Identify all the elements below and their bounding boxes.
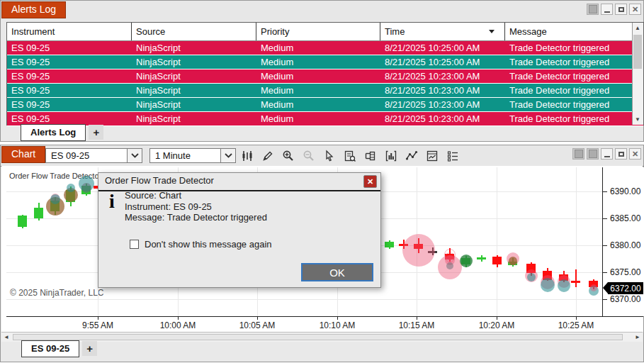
time-axis-label: 10:10 AM — [320, 320, 356, 330]
zoom-out-icon[interactable] — [301, 148, 316, 163]
table-row[interactable]: ES 09-25NinjaScriptMedium8/21/2025 10:25… — [7, 41, 643, 55]
price-tick — [603, 191, 607, 192]
cell-priority: Medium — [256, 98, 380, 111]
chart-style-icon[interactable] — [239, 148, 254, 163]
maximize-button[interactable] — [615, 148, 627, 160]
scrollbar-thumb[interactable] — [13, 334, 623, 340]
time-tick — [497, 317, 497, 320]
instrument-selector[interactable]: ES 09-25 — [45, 148, 142, 163]
close-icon: ✕ — [367, 178, 373, 186]
tab-es-09-25[interactable]: ES 09-25 — [21, 340, 79, 357]
cell-instrument: ES 09-25 — [7, 98, 132, 111]
maximize-button[interactable] — [615, 4, 627, 15]
add-tab-button[interactable]: + — [82, 341, 97, 356]
drawing-tools-icon[interactable] — [260, 148, 275, 163]
display-settings-icon[interactable] — [445, 148, 460, 163]
sort-descending-icon — [489, 30, 495, 33]
instrument-value: ES 09-25 — [46, 150, 127, 161]
time-tick — [178, 317, 179, 320]
cell-instrument: ES 09-25 — [7, 41, 132, 55]
cell-source: NinjaScript — [132, 69, 256, 83]
time-axis-label: 10:00 AM — [160, 320, 196, 330]
alerts-table-header: Instrument Source Priority Time Message — [7, 23, 643, 41]
chart-window-title[interactable]: Chart — [1, 146, 45, 163]
column-header-instrument[interactable]: Instrument — [7, 23, 132, 40]
column-header-time[interactable]: Time — [380, 23, 505, 40]
chevron-down-icon[interactable] — [220, 149, 235, 162]
scrollbar-thumb[interactable] — [633, 35, 642, 69]
dialog-instrument-line: Instrument: ES 09-25 — [125, 201, 267, 213]
column-header-priority[interactable]: Priority — [256, 23, 380, 40]
price-axis[interactable]: 6390.006385.006380.006375.006370.006372.… — [602, 167, 644, 316]
order-flow-bubble — [67, 184, 75, 192]
order-flow-bubble — [590, 284, 597, 291]
order-flow-bubble — [446, 262, 453, 269]
cell-time: 8/21/2025 10:23:00 AM — [380, 98, 505, 111]
close-button[interactable]: ✕ — [629, 4, 641, 15]
dialog-title[interactable]: Order Flow Trade Detector — [98, 173, 380, 191]
time-tick — [576, 317, 577, 320]
minimize-button[interactable] — [601, 4, 613, 15]
instrument-link-button[interactable] — [572, 148, 584, 160]
cell-source: NinjaScript — [132, 84, 256, 97]
cell-priority: Medium — [256, 84, 380, 97]
interval-selector[interactable]: 1 Minute — [149, 148, 236, 163]
cursor-icon[interactable] — [322, 148, 337, 163]
cell-message: Trade Detector triggered — [505, 84, 633, 97]
cell-time: 8/21/2025 10:25:00 AM — [380, 55, 505, 69]
zoom-in-icon[interactable] — [281, 148, 295, 163]
time-axis-label: 10:25 AM — [558, 320, 594, 330]
table-row[interactable]: ES 09-25NinjaScriptMedium8/21/2025 10:23… — [7, 84, 643, 98]
close-button[interactable]: ✕ — [629, 148, 641, 160]
order-flow-bubble — [402, 234, 435, 267]
minimize-button[interactable] — [601, 148, 613, 160]
time-axis[interactable]: 9:55 AM10:00 AM10:05 AM10:10 AM10:15 AM1… — [6, 316, 643, 332]
price-axis-label: 6390.00 — [610, 186, 640, 196]
alerts-vertical-scrollbar[interactable]: ▲ ▼ — [632, 23, 643, 125]
chevron-down-icon[interactable] — [127, 149, 142, 162]
candle — [571, 281, 580, 283]
gridline — [6, 299, 602, 300]
cell-message: Trade Detector triggered — [505, 98, 633, 111]
data-box-icon[interactable] — [342, 148, 357, 163]
time-tick — [337, 317, 338, 320]
scroll-down-icon[interactable]: ▼ — [633, 114, 643, 125]
table-row[interactable]: ES 09-25NinjaScriptMedium8/21/2025 10:25… — [7, 55, 643, 69]
cell-message: Trade Detector triggered — [505, 69, 633, 83]
column-header-message[interactable]: Message — [505, 23, 633, 40]
add-tab-button[interactable]: + — [89, 125, 103, 140]
scroll-left-icon[interactable]: ◄ — [4, 334, 9, 340]
watermark: © 2025 NinjaTrader, LLC — [10, 288, 103, 298]
price-tick — [603, 218, 607, 219]
dialog-message: Source: Chart Instrument: ES 09-25 Messa… — [125, 190, 267, 223]
table-row[interactable]: ES 09-25NinjaScriptMedium8/21/2025 10:23… — [7, 69, 643, 84]
alerts-titlebar[interactable]: Alerts Log ✕ — [1, 1, 643, 20]
chart-titlebar[interactable]: Chart ES 09-25 1 Minute — [1, 145, 643, 167]
tab-alerts-log[interactable]: Alerts Log — [21, 124, 86, 141]
time-tick — [98, 317, 98, 320]
scroll-right-icon[interactable]: ► — [635, 334, 640, 340]
order-flow-bubble — [81, 183, 91, 193]
chart-trader-icon[interactable] — [363, 148, 378, 163]
alerts-tab-strip: Alerts Log + — [1, 124, 643, 141]
close-icon: ✕ — [632, 150, 638, 158]
candle — [385, 242, 394, 247]
ok-button[interactable]: OK — [301, 263, 373, 281]
chart-properties-icon[interactable] — [424, 148, 439, 163]
dont-show-again-checkbox[interactable] — [130, 240, 139, 249]
time-tick — [257, 317, 258, 320]
dialog-close-button[interactable]: ✕ — [363, 175, 377, 188]
indicators-icon[interactable] — [383, 148, 398, 163]
alerts-window-title[interactable]: Alerts Log — [1, 1, 66, 18]
interval-link-button[interactable] — [587, 148, 599, 160]
cell-message: Trade Detector triggered — [505, 55, 633, 69]
scroll-up-icon[interactable]: ▲ — [633, 23, 643, 33]
link-button[interactable] — [587, 4, 599, 15]
link-icon — [575, 150, 583, 158]
cell-source: NinjaScript — [132, 41, 256, 55]
column-header-source[interactable]: Source — [132, 23, 256, 40]
table-row[interactable]: ES 09-25NinjaScriptMedium8/21/2025 10:23… — [7, 98, 643, 112]
price-axis-label: 6380.00 — [610, 240, 640, 250]
chart-toolbar — [239, 148, 460, 163]
strategies-icon[interactable] — [404, 148, 419, 163]
